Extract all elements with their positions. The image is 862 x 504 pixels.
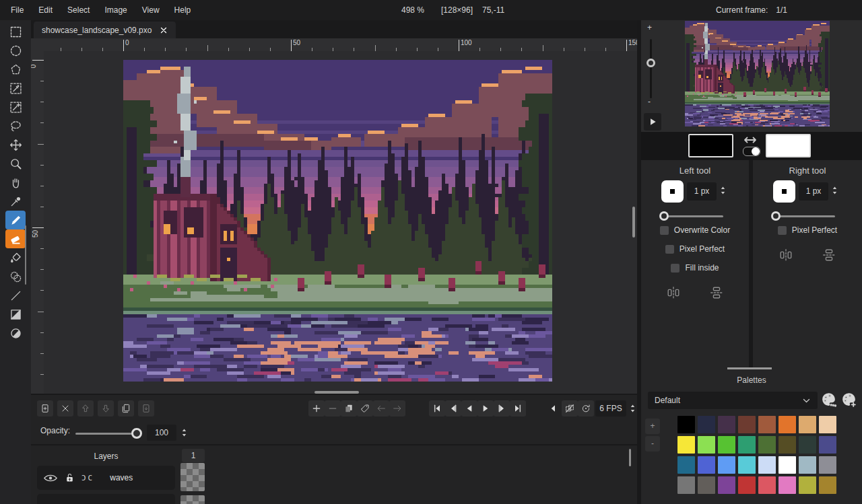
palette-swatch-16[interactable] bbox=[677, 456, 695, 474]
pan-tool-button[interactable] bbox=[5, 173, 26, 192]
swap-colors-icon[interactable] bbox=[742, 136, 758, 144]
palette-swatch-14[interactable] bbox=[799, 436, 816, 454]
left-fill-inside-checkbox[interactable]: Fill inside bbox=[641, 262, 749, 273]
palette-swatch-3[interactable] bbox=[738, 416, 756, 433]
merge-layer-down-button[interactable] bbox=[138, 400, 154, 417]
polygon-select-tool-button[interactable] bbox=[5, 60, 26, 79]
cel-thumbnail[interactable] bbox=[180, 463, 205, 491]
play-button[interactable] bbox=[477, 400, 494, 417]
menu-help[interactable]: Help bbox=[167, 0, 199, 20]
palette-swatch-24[interactable] bbox=[677, 476, 695, 494]
opacity-slider[interactable] bbox=[75, 433, 137, 435]
delete-layer-button[interactable] bbox=[57, 400, 73, 417]
close-icon[interactable] bbox=[160, 26, 168, 34]
palette-swatch-26[interactable] bbox=[718, 476, 735, 494]
remove-frame-button[interactable] bbox=[325, 400, 341, 417]
toolbar-scrollbar[interactable] bbox=[25, 225, 26, 285]
preview-play-button[interactable] bbox=[644, 113, 661, 131]
move-tool-button[interactable] bbox=[5, 135, 26, 154]
project-tab[interactable]: showcase_landscape_v09.pxo bbox=[34, 22, 176, 38]
pencil-tool-button[interactable] bbox=[5, 211, 26, 229]
bucket-tool-button[interactable] bbox=[5, 248, 26, 267]
rectangle-select-tool-button[interactable] bbox=[5, 22, 26, 41]
right-mirror-vertical-icon[interactable] bbox=[822, 248, 836, 262]
shading-tool-button[interactable] bbox=[5, 267, 26, 286]
left-color-swatch[interactable] bbox=[688, 134, 733, 157]
right-pixel-perfect-checkbox[interactable]: Pixel Perfect bbox=[753, 225, 862, 236]
zoom-tool-button[interactable] bbox=[5, 154, 26, 173]
palette-swatch-5[interactable] bbox=[778, 416, 796, 433]
palette-swatch-0[interactable] bbox=[677, 416, 695, 433]
preview-zoom-slider-handle[interactable] bbox=[646, 59, 655, 67]
palette-add-icon[interactable] bbox=[840, 391, 857, 408]
palette-edit-icon[interactable] bbox=[820, 391, 837, 408]
drawing-canvas[interactable] bbox=[123, 60, 552, 382]
layers-scrollbar[interactable] bbox=[629, 449, 631, 466]
layer-lock-icon[interactable] bbox=[64, 472, 75, 484]
palettes-tab-indicator[interactable] bbox=[727, 367, 772, 369]
menu-edit[interactable]: Edit bbox=[31, 0, 60, 20]
eraser-tool-button[interactable] bbox=[5, 229, 26, 248]
palette-swatch-2[interactable] bbox=[718, 416, 735, 433]
left-mirror-horizontal-icon[interactable] bbox=[666, 285, 681, 300]
move-frame-right-button[interactable] bbox=[389, 400, 405, 417]
move-frame-left-button[interactable] bbox=[373, 400, 389, 417]
clone-layer-button[interactable] bbox=[118, 400, 134, 417]
ellipse-tool-button[interactable] bbox=[5, 324, 26, 343]
add-layer-button[interactable] bbox=[37, 400, 53, 417]
menu-view[interactable]: View bbox=[135, 0, 167, 20]
go-to-first-frame-button[interactable] bbox=[429, 400, 445, 417]
menu-image[interactable]: Image bbox=[97, 0, 134, 20]
palette-swatch-20[interactable] bbox=[758, 456, 776, 474]
palette-swatch-7[interactable] bbox=[819, 416, 836, 433]
layer-row-partial[interactable] bbox=[37, 494, 175, 504]
select-by-color-tool-button[interactable] bbox=[5, 79, 26, 98]
left-pixel-perfect-checkbox[interactable]: Pixel Perfect bbox=[641, 244, 749, 254]
opacity-value-field[interactable]: 100 bbox=[147, 425, 176, 441]
left-brush-size-field[interactable]: 1 px bbox=[687, 182, 717, 201]
opacity-slider-handle[interactable] bbox=[131, 428, 142, 439]
add-frame-button[interactable] bbox=[308, 400, 325, 417]
canvas-vertical-scrollbar[interactable] bbox=[632, 207, 635, 238]
palette-swatch-29[interactable] bbox=[778, 476, 796, 494]
palette-swatch-12[interactable] bbox=[758, 436, 776, 454]
palette-add-color-button[interactable]: + bbox=[645, 419, 660, 434]
left-brush-size-slider[interactable] bbox=[663, 215, 723, 217]
play-backwards-button[interactable] bbox=[461, 400, 477, 417]
palette-remove-color-button[interactable]: - bbox=[645, 436, 660, 452]
palette-swatch-23[interactable] bbox=[819, 456, 836, 474]
left-brush-size-spinner[interactable] bbox=[719, 184, 727, 196]
palette-swatch-8[interactable] bbox=[677, 436, 695, 454]
right-brush-size-slider[interactable] bbox=[774, 215, 835, 217]
previous-frame-button[interactable] bbox=[445, 400, 461, 417]
right-brush-size-field[interactable]: 1 px bbox=[799, 182, 828, 201]
palette-swatch-18[interactable] bbox=[718, 456, 735, 474]
palette-swatch-9[interactable] bbox=[698, 436, 715, 454]
menu-select[interactable]: Select bbox=[60, 0, 97, 20]
left-overwrite-color-checkbox[interactable]: Overwrite Color bbox=[641, 225, 749, 236]
menu-file[interactable]: File bbox=[3, 0, 31, 20]
palette-swatch-21[interactable] bbox=[778, 456, 796, 474]
go-to-last-frame-button[interactable] bbox=[510, 400, 526, 417]
move-layer-up-button[interactable] bbox=[77, 400, 94, 417]
left-brush-button[interactable] bbox=[661, 180, 684, 203]
right-brush-size-slider-handle[interactable] bbox=[771, 211, 781, 221]
move-layer-down-button[interactable] bbox=[98, 400, 114, 417]
color-picker-tool-button[interactable] bbox=[5, 192, 26, 211]
palette-swatch-10[interactable] bbox=[718, 436, 735, 454]
palette-swatch-19[interactable] bbox=[738, 456, 756, 474]
palette-swatch-25[interactable] bbox=[698, 476, 715, 494]
fps-spinner[interactable] bbox=[629, 400, 636, 417]
onion-skinning-button[interactable] bbox=[562, 400, 578, 417]
palette-swatch-13[interactable] bbox=[778, 436, 796, 454]
palette-swatch-15[interactable] bbox=[819, 436, 836, 454]
opacity-spinner[interactable] bbox=[180, 425, 188, 441]
layer-visibility-eye-icon[interactable] bbox=[43, 474, 58, 482]
palette-swatch-28[interactable] bbox=[758, 476, 776, 494]
left-mirror-vertical-icon[interactable] bbox=[709, 285, 724, 300]
preview-zoom-out-button[interactable]: - bbox=[648, 97, 651, 106]
palette-swatch-27[interactable] bbox=[738, 476, 756, 494]
right-mirror-horizontal-icon[interactable] bbox=[778, 248, 793, 262]
right-color-swatch[interactable] bbox=[766, 134, 811, 157]
palette-swatch-1[interactable] bbox=[698, 416, 715, 433]
